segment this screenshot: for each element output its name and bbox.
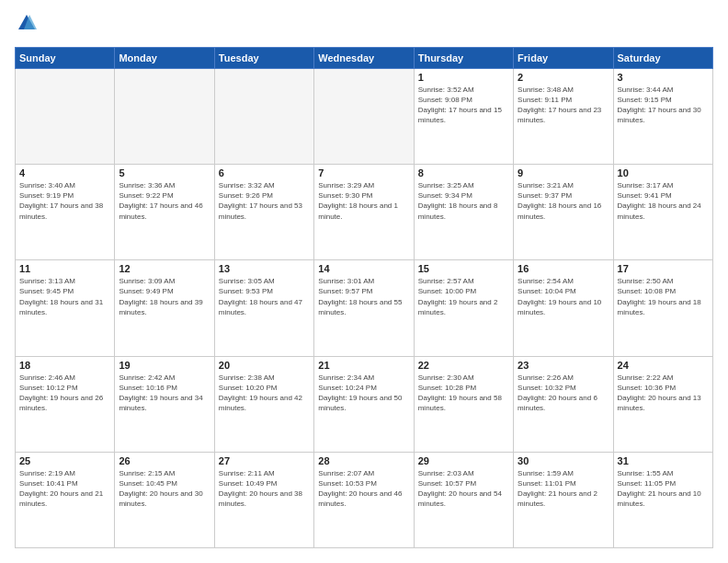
day-number: 29 — [418, 455, 509, 466]
day-info: Sunrise: 3:40 AM Sunset: 9:19 PM Dayligh… — [19, 180, 110, 222]
week-row-4: 25Sunrise: 2:19 AM Sunset: 10:41 PM Dayl… — [16, 452, 713, 547]
day-info: Sunrise: 3:09 AM Sunset: 9:49 PM Dayligh… — [119, 276, 210, 317]
day-cell: 14Sunrise: 3:01 AM Sunset: 9:57 PM Dayli… — [314, 260, 414, 356]
day-cell — [115, 68, 214, 164]
day-cell: 13Sunrise: 3:05 AM Sunset: 9:53 PM Dayli… — [214, 260, 313, 356]
day-cell: 25Sunrise: 2:19 AM Sunset: 10:41 PM Dayl… — [16, 452, 115, 547]
calendar: SundayMondayTuesdayWednesdayThursdayFrid… — [15, 47, 713, 548]
day-cell: 20Sunrise: 2:38 AM Sunset: 10:20 PM Dayl… — [214, 356, 313, 452]
day-info: Sunrise: 2:22 AM Sunset: 10:36 PM Daylig… — [618, 373, 709, 414]
day-info: Sunrise: 2:54 AM Sunset: 10:04 PM Daylig… — [518, 276, 609, 317]
page: SundayMondayTuesdayWednesdayThursdayFrid… — [0, 0, 728, 563]
day-cell: 27Sunrise: 2:11 AM Sunset: 10:49 PM Dayl… — [214, 452, 313, 547]
day-number: 17 — [618, 263, 709, 274]
day-info: Sunrise: 3:32 AM Sunset: 9:26 PM Dayligh… — [219, 180, 310, 222]
day-cell: 21Sunrise: 2:34 AM Sunset: 10:24 PM Dayl… — [314, 356, 414, 452]
day-number: 14 — [318, 263, 409, 274]
week-row-1: 4Sunrise: 3:40 AM Sunset: 9:19 PM Daylig… — [16, 165, 713, 260]
day-cell: 29Sunrise: 2:03 AM Sunset: 10:57 PM Dayl… — [414, 452, 513, 547]
day-number: 6 — [219, 167, 310, 178]
day-cell: 19Sunrise: 2:42 AM Sunset: 10:16 PM Dayl… — [115, 356, 214, 452]
day-number: 1 — [418, 72, 509, 83]
weekday-thursday: Thursday — [414, 47, 513, 68]
day-cell: 12Sunrise: 3:09 AM Sunset: 9:49 PM Dayli… — [115, 260, 214, 356]
day-info: Sunrise: 2:46 AM Sunset: 10:12 PM Daylig… — [19, 373, 110, 414]
day-info: Sunrise: 2:30 AM Sunset: 10:28 PM Daylig… — [418, 373, 509, 414]
day-info: Sunrise: 2:15 AM Sunset: 10:45 PM Daylig… — [119, 468, 210, 510]
day-cell: 7Sunrise: 3:29 AM Sunset: 9:30 PM Daylig… — [314, 165, 414, 260]
day-info: Sunrise: 2:57 AM Sunset: 10:00 PM Daylig… — [418, 276, 509, 317]
day-info: Sunrise: 2:07 AM Sunset: 10:53 PM Daylig… — [318, 468, 409, 510]
day-number: 26 — [119, 455, 210, 466]
logo-icon — [17, 13, 37, 33]
day-cell — [16, 68, 115, 164]
logo — [15, 15, 37, 38]
day-number: 4 — [19, 167, 110, 178]
day-number: 23 — [518, 360, 609, 371]
day-info: Sunrise: 1:55 AM Sunset: 11:05 PM Daylig… — [618, 468, 709, 510]
day-number: 8 — [418, 167, 509, 178]
weekday-monday: Monday — [115, 47, 214, 68]
day-number: 27 — [219, 455, 310, 466]
day-cell: 24Sunrise: 2:22 AM Sunset: 10:36 PM Dayl… — [613, 356, 712, 452]
week-row-3: 18Sunrise: 2:46 AM Sunset: 10:12 PM Dayl… — [16, 356, 713, 452]
weekday-saturday: Saturday — [613, 47, 712, 68]
week-row-0: 1Sunrise: 3:52 AM Sunset: 9:08 PM Daylig… — [16, 68, 713, 164]
day-info: Sunrise: 3:05 AM Sunset: 9:53 PM Dayligh… — [219, 276, 310, 317]
day-info: Sunrise: 3:25 AM Sunset: 9:34 PM Dayligh… — [418, 180, 509, 222]
day-info: Sunrise: 3:01 AM Sunset: 9:57 PM Dayligh… — [318, 276, 409, 317]
weekday-header-row: SundayMondayTuesdayWednesdayThursdayFrid… — [16, 47, 713, 68]
weekday-friday: Friday — [514, 47, 613, 68]
day-number: 25 — [19, 455, 110, 466]
weekday-sunday: Sunday — [16, 47, 115, 68]
day-cell: 10Sunrise: 3:17 AM Sunset: 9:41 PM Dayli… — [613, 165, 712, 260]
weekday-wednesday: Wednesday — [314, 47, 414, 68]
day-cell: 16Sunrise: 2:54 AM Sunset: 10:04 PM Dayl… — [514, 260, 613, 356]
day-info: Sunrise: 2:03 AM Sunset: 10:57 PM Daylig… — [418, 468, 509, 510]
day-number: 21 — [318, 360, 409, 371]
day-number: 18 — [19, 360, 110, 371]
weekday-tuesday: Tuesday — [214, 47, 313, 68]
day-info: Sunrise: 2:42 AM Sunset: 10:16 PM Daylig… — [119, 373, 210, 414]
day-cell: 28Sunrise: 2:07 AM Sunset: 10:53 PM Dayl… — [314, 452, 414, 547]
day-cell: 3Sunrise: 3:44 AM Sunset: 9:15 PM Daylig… — [613, 68, 712, 164]
day-info: Sunrise: 2:19 AM Sunset: 10:41 PM Daylig… — [19, 468, 110, 510]
day-cell: 15Sunrise: 2:57 AM Sunset: 10:00 PM Dayl… — [414, 260, 513, 356]
day-cell: 30Sunrise: 1:59 AM Sunset: 11:01 PM Dayl… — [514, 452, 613, 547]
day-cell: 1Sunrise: 3:52 AM Sunset: 9:08 PM Daylig… — [414, 68, 513, 164]
day-info: Sunrise: 3:36 AM Sunset: 9:22 PM Dayligh… — [119, 180, 210, 222]
day-info: Sunrise: 3:29 AM Sunset: 9:30 PM Dayligh… — [318, 180, 409, 222]
day-number: 10 — [618, 167, 709, 178]
week-row-2: 11Sunrise: 3:13 AM Sunset: 9:45 PM Dayli… — [16, 260, 713, 356]
day-info: Sunrise: 1:59 AM Sunset: 11:01 PM Daylig… — [518, 468, 609, 510]
day-number: 15 — [418, 263, 509, 274]
day-cell: 23Sunrise: 2:26 AM Sunset: 10:32 PM Dayl… — [514, 356, 613, 452]
day-number: 7 — [318, 167, 409, 178]
day-cell: 31Sunrise: 1:55 AM Sunset: 11:05 PM Dayl… — [613, 452, 712, 547]
day-info: Sunrise: 2:38 AM Sunset: 10:20 PM Daylig… — [219, 373, 310, 414]
day-cell: 18Sunrise: 2:46 AM Sunset: 10:12 PM Dayl… — [16, 356, 115, 452]
day-cell: 5Sunrise: 3:36 AM Sunset: 9:22 PM Daylig… — [115, 165, 214, 260]
day-cell — [214, 68, 313, 164]
day-cell: 6Sunrise: 3:32 AM Sunset: 9:26 PM Daylig… — [214, 165, 313, 260]
day-cell: 17Sunrise: 2:50 AM Sunset: 10:08 PM Dayl… — [613, 260, 712, 356]
day-cell: 22Sunrise: 2:30 AM Sunset: 10:28 PM Dayl… — [414, 356, 513, 452]
day-number: 31 — [618, 455, 709, 466]
day-info: Sunrise: 3:44 AM Sunset: 9:15 PM Dayligh… — [618, 85, 709, 126]
day-cell: 8Sunrise: 3:25 AM Sunset: 9:34 PM Daylig… — [414, 165, 513, 260]
day-number: 16 — [518, 263, 609, 274]
day-cell — [314, 68, 414, 164]
header — [15, 15, 713, 38]
day-number: 24 — [618, 360, 709, 371]
day-cell: 2Sunrise: 3:48 AM Sunset: 9:11 PM Daylig… — [514, 68, 613, 164]
day-number: 22 — [418, 360, 509, 371]
day-number: 5 — [119, 167, 210, 178]
day-info: Sunrise: 2:34 AM Sunset: 10:24 PM Daylig… — [318, 373, 409, 414]
day-number: 30 — [518, 455, 609, 466]
day-cell: 26Sunrise: 2:15 AM Sunset: 10:45 PM Dayl… — [115, 452, 214, 547]
day-number: 3 — [618, 72, 709, 83]
day-cell: 11Sunrise: 3:13 AM Sunset: 9:45 PM Dayli… — [16, 260, 115, 356]
day-number: 20 — [219, 360, 310, 371]
day-cell: 4Sunrise: 3:40 AM Sunset: 9:19 PM Daylig… — [16, 165, 115, 260]
day-cell: 9Sunrise: 3:21 AM Sunset: 9:37 PM Daylig… — [514, 165, 613, 260]
